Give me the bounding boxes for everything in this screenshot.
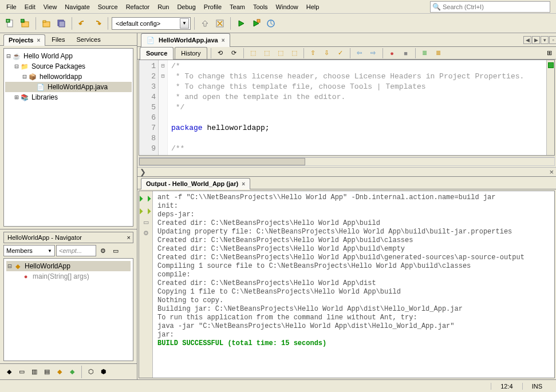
menu-team[interactable]: Team [226, 2, 249, 12]
menu-navigate[interactable]: Navigate [61, 2, 93, 12]
menu-edit[interactable]: Edit [21, 2, 40, 12]
tree-java-file[interactable]: 📄HelloWorldApp.java [5, 82, 132, 92]
members-combo[interactable]: Members▼ [3, 245, 55, 256]
settings-icon[interactable]: ⚙ [143, 229, 149, 237]
output-tabrow: Output - Hello_World_App (jar)× [137, 177, 556, 189]
menu-run[interactable]: Run [153, 2, 173, 12]
filter-8[interactable]: ⬢ [98, 366, 109, 378]
project-tree[interactable]: ⊟☕Hello World App ⊟📁Source Packages ⊟📦he… [3, 48, 133, 227]
ed-macro-rec[interactable]: ● [385, 46, 399, 60]
undo-button[interactable] [76, 17, 89, 30]
tab-services[interactable]: Services [72, 34, 106, 45]
ed-uncomment[interactable]: ≣ [432, 46, 445, 60]
output-toolbar: ⏵⏵ ⏵⏵ ▭ ⚙ [139, 191, 153, 378]
maximize-button[interactable]: ▫ [549, 36, 556, 44]
filter-2[interactable]: ▭ [16, 366, 27, 378]
menu-debug[interactable]: Debug [173, 2, 199, 12]
ed-btn-2[interactable]: ⟳ [227, 46, 241, 60]
menu-help[interactable]: Help [302, 2, 324, 12]
menu-window[interactable]: Window [272, 2, 302, 12]
filter-1[interactable]: ◆ [3, 366, 15, 378]
ed-next-bm[interactable]: ⇩ [320, 46, 334, 60]
menu-refactor[interactable]: Refactor [122, 2, 154, 12]
open-project-button[interactable] [40, 17, 53, 30]
main-toolbar: + <default config> ▼ [0, 14, 556, 33]
prev-tab-button[interactable]: ◀ [523, 36, 531, 44]
menu-tools[interactable]: Tools [249, 2, 272, 12]
code-content[interactable]: /* * To change this license header, choo… [168, 60, 554, 155]
close-icon[interactable]: × [222, 37, 225, 43]
ed-prev-bm[interactable]: ⇧ [306, 46, 320, 60]
config-combo[interactable]: <default config> ▼ [112, 17, 191, 30]
rerun-icon[interactable]: ⏵⏵ [139, 193, 154, 203]
svg-rect-7 [43, 21, 46, 22]
ed-macro-stop[interactable]: ■ [399, 46, 413, 60]
rerun-alt-icon[interactable]: ⏵⏵ [139, 206, 154, 215]
close-icon[interactable]: × [37, 37, 40, 43]
menu-view[interactable]: View [40, 2, 61, 12]
fold-gutter[interactable]: ⊟⊟ [159, 60, 168, 155]
menu-file[interactable]: File [2, 2, 21, 12]
insert-mode: INS [522, 383, 551, 390]
tree-libraries[interactable]: ⊞📚Libraries [5, 92, 132, 102]
output-tab-label: Output - Hello_World_App (jar) [146, 180, 238, 187]
tab-projects[interactable]: Projects× [3, 34, 45, 45]
build-button[interactable] [198, 17, 212, 30]
ed-comment[interactable]: ≣ [418, 46, 432, 60]
profile-button[interactable] [264, 17, 278, 30]
redo-button[interactable] [90, 17, 104, 30]
editor-tab[interactable]: 📄 HelloWorldApp.java × [141, 33, 230, 46]
history-tab[interactable]: History [175, 47, 207, 59]
chevron-icon[interactable]: ❯ [140, 168, 146, 176]
filter-5[interactable]: ◆ [54, 366, 65, 378]
navigator-filter[interactable]: <empt... [56, 245, 96, 256]
editor-h-scrollbar[interactable] [139, 157, 555, 166]
source-tab[interactable]: Source [140, 47, 173, 59]
filter-6[interactable]: ◆ [66, 366, 78, 378]
clean-build-button[interactable] [213, 17, 227, 30]
quick-search[interactable]: 🔍 [430, 1, 550, 13]
nav-class[interactable]: ⊟◆HelloWorldApp [6, 261, 131, 271]
nav-window-button[interactable]: ▭ [110, 245, 121, 256]
ed-find-sel[interactable]: ⬚ [246, 46, 260, 60]
ed-find-next[interactable]: ⬚ [274, 46, 287, 60]
tab-files[interactable]: Files [46, 34, 70, 45]
next-tab-button[interactable]: ▶ [532, 36, 540, 44]
nav-filter-button[interactable]: ⚙ [97, 245, 109, 256]
tree-package[interactable]: ⊟📦helloworldapp [5, 72, 132, 82]
menu-source[interactable]: Source [94, 2, 122, 12]
debug-button[interactable] [249, 17, 263, 30]
close-icon[interactable]: × [549, 168, 554, 176]
statusbar: 12:4 INS [0, 379, 556, 392]
ed-btn-1[interactable]: ⟲ [214, 46, 227, 60]
new-project-button[interactable] [18, 17, 32, 30]
tree-project-root[interactable]: ⊟☕Hello World App [5, 51, 132, 61]
ed-highlight[interactable]: ⬚ [287, 46, 301, 60]
config-combo-value: <default config> [116, 20, 160, 27]
filter-3[interactable]: ▥ [29, 366, 40, 378]
stop-icon[interactable]: ▭ [143, 219, 149, 226]
error-stripe[interactable] [546, 60, 554, 155]
svg-text:+: + [7, 19, 9, 22]
ed-split[interactable]: ⊞ [542, 46, 556, 60]
code-editor[interactable]: 123456789 ⊟⊟ /* * To change this license… [139, 60, 555, 156]
close-icon[interactable]: × [242, 181, 245, 187]
tab-list-button[interactable]: ▾ [541, 36, 549, 44]
output-text[interactable]: ant -f "C:\\NetBeansProjects\\Hello Worl… [153, 191, 554, 378]
new-file-button[interactable]: + [3, 17, 17, 30]
navigator-tree[interactable]: ⊟◆HelloWorldApp ●main(String[] args) [3, 258, 133, 361]
menu-profile[interactable]: Profile [200, 2, 226, 12]
ed-toggle-bm[interactable]: ✓ [334, 46, 348, 60]
ed-shift-left[interactable]: ⇦ [353, 46, 366, 60]
search-input[interactable] [443, 3, 548, 10]
close-icon[interactable]: × [125, 234, 133, 241]
nav-method[interactable]: ●main(String[] args) [6, 271, 131, 282]
save-all-button[interactable] [54, 17, 68, 30]
tree-source-packages[interactable]: ⊟📁Source Packages [5, 61, 132, 72]
filter-4[interactable]: ▤ [41, 366, 53, 378]
ed-find-prev[interactable]: ⬚ [260, 46, 274, 60]
ed-shift-right[interactable]: ⇨ [366, 46, 380, 60]
output-tab[interactable]: Output - Hello_World_App (jar)× [141, 178, 250, 189]
run-button[interactable] [234, 17, 248, 30]
filter-7[interactable]: ⬡ [85, 366, 97, 378]
